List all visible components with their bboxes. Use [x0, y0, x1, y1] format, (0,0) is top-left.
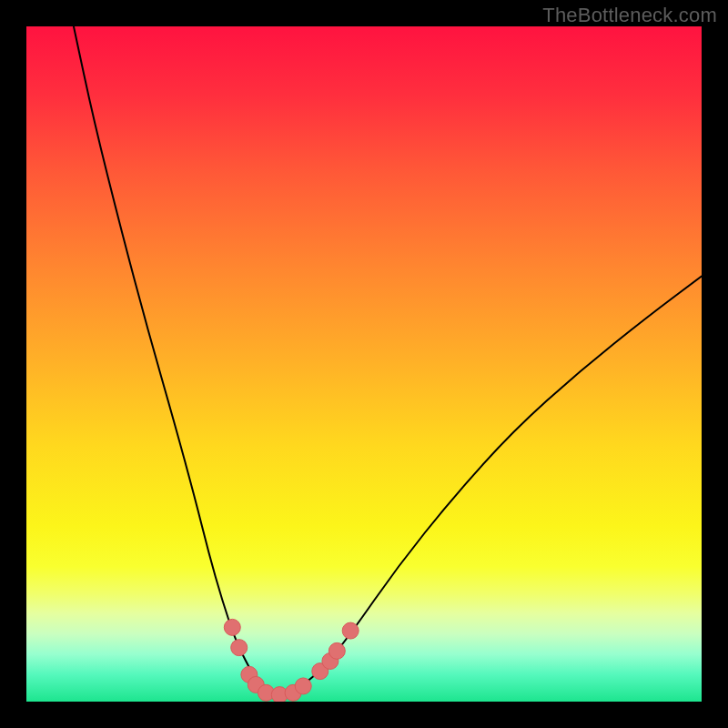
curve-marker: [231, 640, 248, 656]
bottleneck-curve: [74, 26, 702, 694]
curve-marker: [342, 622, 359, 639]
watermark-text: TheBottleneck.com: [542, 4, 717, 27]
curve-layer: [26, 26, 702, 702]
plot-area: [26, 26, 702, 702]
curve-marker: [295, 678, 311, 694]
curve-marker: [224, 619, 240, 635]
curve-marker: [329, 642, 345, 659]
chart-frame: TheBottleneck.com: [0, 0, 728, 728]
curve-markers: [224, 619, 359, 702]
